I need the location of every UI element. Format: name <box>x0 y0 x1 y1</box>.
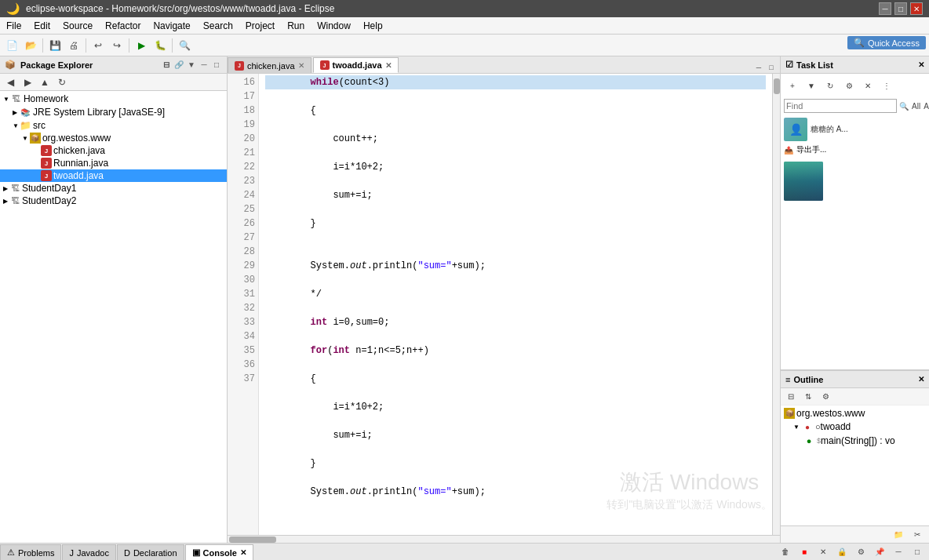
outline-new-folder-button[interactable]: 📁 <box>890 526 907 544</box>
code-editor[interactable]: 1617181920 2122232425 2627282930 3132333… <box>228 74 780 535</box>
pe-refresh-button[interactable]: ↻ <box>53 74 71 91</box>
find-button[interactable]: 🔍 <box>898 97 909 115</box>
maximize-button[interactable]: □ <box>894 2 907 15</box>
studentday1-label: StudentDay1 <box>22 183 76 194</box>
pe-up-button[interactable]: ▲ <box>36 74 53 91</box>
console-minimize-button[interactable]: ─ <box>890 543 907 560</box>
tab-javadoc[interactable]: J Javadoc <box>62 544 115 560</box>
console-maximize-button[interactable]: □ <box>909 543 926 560</box>
tab-chicken[interactable]: J chicken.java ✕ <box>228 57 311 73</box>
window-title: eclipse-workspace - Homework/src/org/wes… <box>26 3 334 14</box>
task-area: + ▼ ↻ ⚙ ✕ ⋮ 🔍 All Act 👤 糖糖的 <box>781 74 929 369</box>
tree-item-chicken[interactable]: J chicken.java <box>0 144 227 157</box>
console-pin-button[interactable]: 📌 <box>871 543 888 560</box>
find-input[interactable] <box>784 99 897 113</box>
print-button[interactable]: 🖨 <box>65 37 82 54</box>
declaration-icon: D <box>124 548 130 558</box>
editor-minimize-button[interactable]: ─ <box>753 62 764 73</box>
collapse-all-button[interactable]: ⊟ <box>161 60 172 71</box>
menu-search[interactable]: Search <box>197 17 239 34</box>
minimize-panel-button[interactable]: ─ <box>199 60 209 71</box>
console-scroll-lock-button[interactable]: 🔒 <box>833 543 851 560</box>
all-tab[interactable]: All <box>911 97 921 115</box>
pe-back-button[interactable]: ◀ <box>2 74 19 91</box>
tree-item-studentday1[interactable]: ▶ 🏗 StudentDay1 <box>0 182 227 195</box>
outline-scissors-button[interactable]: ✂ <box>909 526 926 544</box>
tree-item-runnian[interactable]: J Runnian.java <box>0 157 227 169</box>
runnian-label: Runnian.java <box>53 158 108 169</box>
outline-close-icon[interactable]: ✕ <box>918 375 924 384</box>
new-button[interactable]: 📄 <box>3 37 20 54</box>
debug-button[interactable]: 🐛 <box>151 37 169 54</box>
add-task-button[interactable]: + <box>784 77 801 94</box>
search-button[interactable]: 🔍 <box>176 37 193 54</box>
tab-twoadd-close[interactable]: ✕ <box>385 61 392 70</box>
menu-project[interactable]: Project <box>239 17 281 34</box>
link-editor-button[interactable]: 🔗 <box>173 60 184 71</box>
open-button[interactable]: 📂 <box>22 37 39 54</box>
outline-method-icon: ● <box>803 435 815 447</box>
console-close-button[interactable]: ✕ <box>814 543 832 560</box>
tree-item-twoadd[interactable]: J twoadd.java <box>0 169 227 182</box>
task-refresh-button[interactable]: ↻ <box>822 77 839 94</box>
package-explorer-toolbar: ◀ ▶ ▲ ↻ <box>0 74 227 91</box>
editor-maximize-button[interactable]: □ <box>766 62 777 73</box>
menu-source[interactable]: Source <box>56 17 99 34</box>
run-button[interactable]: ▶ <box>133 37 150 54</box>
outline-class-name: twoadd <box>821 421 851 432</box>
minimize-button[interactable]: ─ <box>879 2 891 15</box>
outline-item-package[interactable]: 📦 org.westos.www <box>784 407 926 420</box>
menu-run[interactable]: Run <box>281 17 311 34</box>
outline-collapse-button[interactable]: ⊟ <box>782 388 800 405</box>
console-close-icon[interactable]: ✕ <box>240 548 246 557</box>
tab-declaration[interactable]: D Declaration <box>117 544 184 560</box>
outline-filter-button[interactable]: ⚙ <box>817 388 834 405</box>
view-menu-button[interactable]: ▼ <box>186 60 197 71</box>
quick-access-icon: 🔍 <box>854 38 865 48</box>
tree-item-studentday2[interactable]: ▶ 🏗 StudentDay2 <box>0 195 227 207</box>
chicken-label: chicken.java <box>53 145 105 156</box>
code-area[interactable]: while(count<3) { count++; i=i*10+2; sum+… <box>259 74 772 535</box>
save-button[interactable]: 💾 <box>46 37 64 54</box>
outline-sort-button[interactable]: ⇅ <box>800 388 817 405</box>
tree-item-src[interactable]: ▼ 📁 src <box>0 119 227 132</box>
menu-window[interactable]: Window <box>311 17 357 34</box>
outline-item-class[interactable]: ▼ ● ○ twoadd <box>784 420 926 434</box>
outline-method-label: main(String[]) : vo <box>821 435 895 446</box>
tree-item-jre[interactable]: ▶ 📚 JRE System Library [JavaSE-9] <box>0 105 227 119</box>
outline-toolbar: ⊟ ⇅ ⚙ <box>781 388 929 405</box>
tab-twoadd[interactable]: J twoadd.java ✕ <box>313 57 399 73</box>
console-clear-button[interactable]: 🗑 <box>777 543 794 560</box>
task-filter-button[interactable]: ▼ <box>803 77 820 94</box>
tab-console[interactable]: ▣ Console ✕ <box>185 544 253 560</box>
vertical-scrollbar[interactable] <box>772 74 780 535</box>
task-settings-button[interactable]: ⚙ <box>840 77 858 94</box>
console-settings-button[interactable]: ⚙ <box>852 543 869 560</box>
tab-chicken-close[interactable]: ✕ <box>298 61 304 70</box>
close-button[interactable]: ✕ <box>910 2 923 15</box>
tab-problems[interactable]: ⚠ Problems <box>0 544 61 560</box>
maximize-panel-button[interactable]: □ <box>211 60 222 71</box>
menu-edit[interactable]: Edit <box>27 17 56 34</box>
menu-file[interactable]: File <box>0 17 27 34</box>
task-toolbar: + ▼ ↻ ⚙ ✕ ⋮ <box>784 77 926 94</box>
outline-panel: ≡ Outline ✕ ⊟ ⇅ ⚙ 📦 org.westos.www ▼ <box>781 370 929 543</box>
menu-navigate[interactable]: Navigate <box>147 17 196 34</box>
tree-item-package[interactable]: ▼ 📦 org.westos.www <box>0 132 227 144</box>
act-tab[interactable]: Act <box>923 97 929 115</box>
tree-item-homework[interactable]: ▼ 🏗 Homework <box>0 93 227 105</box>
pe-forward-button[interactable]: ▶ <box>19 74 36 91</box>
studentday2-icon: 🏗 <box>9 195 20 206</box>
task-list-close-icon[interactable]: ✕ <box>918 60 924 69</box>
quick-access-button[interactable]: 🔍 Quick Access <box>847 36 926 49</box>
task-close-button[interactable]: ✕ <box>859 77 876 94</box>
tab-chicken-label: chicken.java <box>247 61 295 71</box>
outline-item-method[interactable]: ● $ main(String[]) : vo <box>784 434 926 448</box>
redo-button[interactable]: ↪ <box>108 37 126 54</box>
horizontal-scrollbar[interactable] <box>228 535 780 543</box>
menu-refactor[interactable]: Refactor <box>99 17 147 34</box>
undo-button[interactable]: ↩ <box>89 37 107 54</box>
console-terminate-button[interactable]: ■ <box>796 543 813 560</box>
task-more-button[interactable]: ⋮ <box>878 77 895 94</box>
menu-help[interactable]: Help <box>357 17 389 34</box>
